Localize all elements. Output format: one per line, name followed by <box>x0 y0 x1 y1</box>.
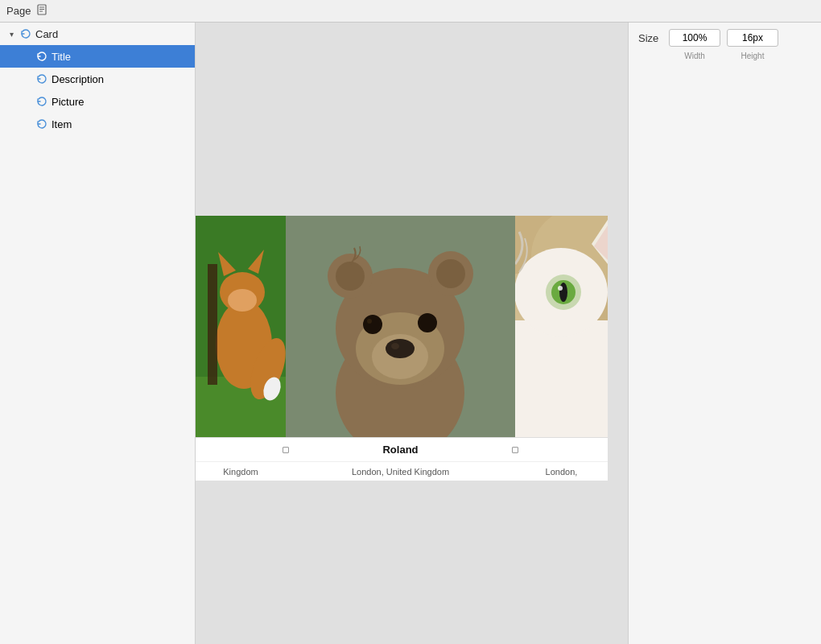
canvas-area: Kingdom <box>196 23 628 644</box>
title-handle-right <box>512 447 518 453</box>
cards-strip: Kingdom <box>196 216 608 481</box>
svg-point-24 <box>391 343 399 349</box>
fox-card: Kingdom <box>196 216 286 481</box>
svg-point-36 <box>559 283 567 302</box>
cat-image <box>515 216 608 437</box>
sidebar-card-row[interactable]: ▾ Card <box>0 23 195 45</box>
card-refresh-icon <box>19 27 32 40</box>
bear-description-text: London, United Kingdom <box>352 467 449 477</box>
height-sublabel: Height <box>727 52 778 60</box>
main-layout: ▾ Card Title <box>0 23 821 644</box>
title-refresh-icon <box>35 50 48 63</box>
svg-point-26 <box>418 313 437 332</box>
title-handle-left <box>283 447 289 453</box>
svg-point-19 <box>336 262 365 291</box>
fox-description: Kingdom <box>196 461 286 481</box>
fox-description-text: Kingdom <box>223 467 258 477</box>
svg-point-27 <box>367 319 372 324</box>
cat-card: London, <box>515 216 608 481</box>
bear-card: Roland London, United Kingdom <box>286 216 515 481</box>
card-label: Card <box>35 28 58 40</box>
svg-point-21 <box>436 259 465 288</box>
sidebar-item-title-label: Title <box>52 51 71 63</box>
width-input[interactable] <box>669 29 720 47</box>
bear-title: Roland <box>382 444 418 456</box>
sidebar-item-item[interactable]: Item <box>0 113 195 135</box>
svg-rect-13 <box>208 264 217 385</box>
cat-description-text: London, <box>546 467 578 477</box>
item-refresh-icon <box>35 118 48 130</box>
fox-title-row <box>196 437 286 461</box>
sidebar-item-description-label: Description <box>52 73 104 85</box>
picture-refresh-icon <box>35 95 48 108</box>
sidebar-item-description[interactable]: Description <box>0 68 195 90</box>
bear-image <box>286 216 515 437</box>
top-bar-left: Page <box>6 3 48 19</box>
cat-title-row <box>515 437 608 461</box>
cat-description: London, <box>515 461 608 481</box>
sidebar-item-picture-label: Picture <box>52 96 84 108</box>
page-icon <box>35 3 48 19</box>
bear-description: London, United Kingdom <box>286 461 515 481</box>
size-row: Size <box>638 29 811 47</box>
bear-title-row: Roland <box>286 437 515 461</box>
svg-point-8 <box>228 289 257 312</box>
sidebar-item-title[interactable]: Title <box>0 45 195 68</box>
size-sublabels: Width Height <box>638 52 811 60</box>
page-title: Page <box>6 5 31 17</box>
description-refresh-icon <box>35 72 48 85</box>
width-sublabel: Width <box>669 52 720 60</box>
chevron-down-icon: ▾ <box>6 29 16 39</box>
sidebar: ▾ Card Title <box>0 23 196 644</box>
sidebar-item-item-label: Item <box>52 118 72 130</box>
top-bar: Page <box>0 0 821 23</box>
right-panel: Size Width Height <box>628 23 821 644</box>
fox-image <box>196 216 286 437</box>
svg-point-25 <box>363 315 382 334</box>
size-label: Size <box>638 32 662 44</box>
sidebar-item-picture[interactable]: Picture <box>0 90 195 113</box>
svg-point-23 <box>386 339 415 358</box>
svg-point-37 <box>558 286 563 291</box>
height-input[interactable] <box>727 29 778 47</box>
